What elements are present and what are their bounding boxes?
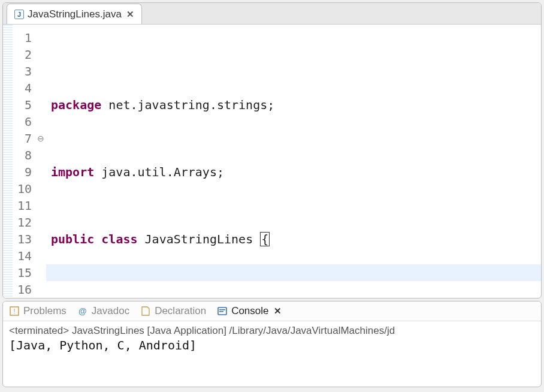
bottom-panel: ! Problems @ Javadoc Declaration Console… <box>2 301 542 387</box>
close-icon[interactable]: ✕ <box>274 306 282 316</box>
java-file-icon: J <box>14 10 24 19</box>
javadoc-icon: @ <box>77 306 88 316</box>
console-output: [Java, Python, C, Android] <box>9 338 535 352</box>
declaration-icon <box>140 306 151 316</box>
tab-javadoc[interactable]: @ Javadoc <box>77 305 129 317</box>
editor-tab[interactable]: J JavaStringLines.java ✕ <box>7 4 142 24</box>
tab-console[interactable]: Console ✕ <box>217 305 281 317</box>
close-icon[interactable]: ✕ <box>126 9 134 20</box>
code-text[interactable]: package net.javastring.strings; import j… <box>46 25 541 298</box>
line-number-gutter: 1 2 3 4 5 6 7 8 9 10 11 12 13 14 15 16 <box>13 25 35 298</box>
console-icon <box>217 306 228 316</box>
tab-filename: JavaStringLines.java <box>28 8 122 20</box>
tab-problems[interactable]: ! Problems <box>9 305 67 317</box>
console-body[interactable]: <terminated> JavaStringLines [Java Appli… <box>3 321 541 356</box>
fold-gutter[interactable]: ⊖ <box>35 25 46 298</box>
svg-text:!: ! <box>13 307 15 315</box>
editor-tab-bar: J JavaStringLines.java ✕ <box>3 3 541 25</box>
problems-icon: ! <box>9 306 20 316</box>
tab-declaration[interactable]: Declaration <box>140 305 206 317</box>
fold-toggle-icon[interactable]: ⊖ <box>35 130 46 147</box>
editor-panel: J JavaStringLines.java ✕ 1 2 3 4 5 6 7 8… <box>2 2 542 298</box>
marker-ruler <box>3 25 13 298</box>
console-status: <terminated> JavaStringLines [Java Appli… <box>9 325 535 337</box>
svg-rect-3 <box>219 309 225 310</box>
svg-rect-4 <box>219 311 223 312</box>
code-area[interactable]: 1 2 3 4 5 6 7 8 9 10 11 12 13 14 15 16 ⊖… <box>3 25 541 298</box>
views-tab-bar: ! Problems @ Javadoc Declaration Console… <box>3 301 541 321</box>
